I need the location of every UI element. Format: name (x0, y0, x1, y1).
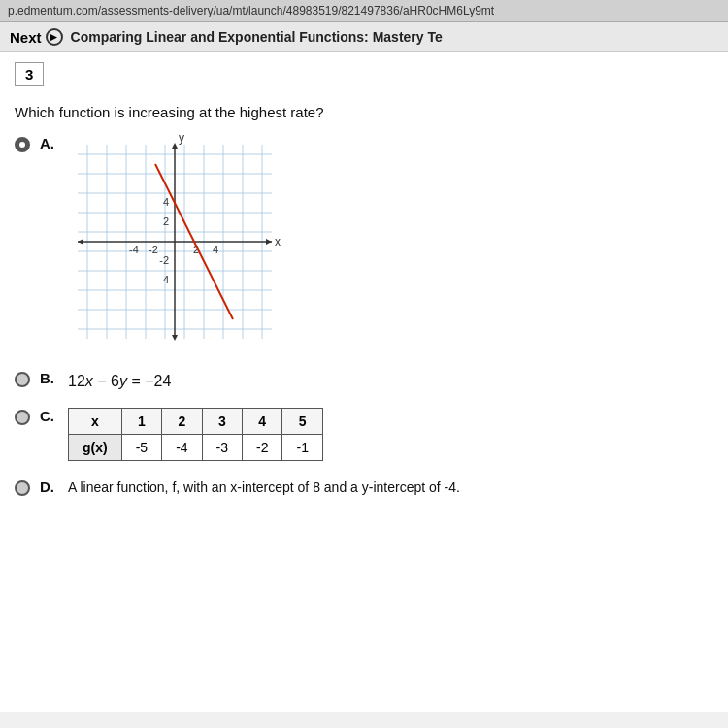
page-title: Comparing Linear and Exponential Functio… (71, 29, 718, 45)
svg-text:-4: -4 (129, 244, 139, 255)
svg-text:y: y (179, 135, 184, 145)
table-gx-header: g(x) (69, 435, 122, 461)
url-text: p.edmentum.com/assessments-delivery/ua/m… (8, 4, 494, 17)
question-number: 3 (15, 62, 44, 86)
option-c-label: C. (40, 408, 54, 424)
table-val-3: -3 (202, 435, 242, 461)
option-c-radio[interactable] (15, 410, 30, 425)
svg-marker-25 (172, 335, 178, 341)
svg-text:-2: -2 (149, 244, 158, 255)
graph-container: -4 -2 2 4 4 2 -2 -4 x y (68, 135, 281, 348)
option-d-content: A linear function, f, with an x-intercep… (68, 479, 728, 498)
table-header-row: x 1 2 3 4 5 (69, 409, 323, 435)
option-b-equation: 12x − 6y = −24 (68, 370, 728, 390)
option-b-content: 12x − 6y = −24 (68, 370, 728, 390)
next-label: Next (10, 29, 42, 46)
options-container: A. (15, 135, 728, 498)
svg-text:4: 4 (163, 196, 169, 208)
svg-text:2: 2 (163, 215, 169, 227)
option-d-row: D. A linear function, f, with an x-inter… (15, 479, 728, 498)
option-a-content: -4 -2 2 4 4 2 -2 -4 x y (68, 135, 728, 352)
next-icon: ► (46, 28, 63, 46)
table-col-5: 5 (282, 409, 322, 435)
svg-marker-24 (172, 143, 178, 149)
option-d-label: D. (40, 479, 54, 495)
option-a-radio[interactable] (15, 137, 30, 152)
table-val-1: -5 (121, 435, 161, 461)
option-d-radio[interactable] (15, 480, 30, 496)
main-content: 3 Which function is increasing at the hi… (0, 52, 728, 712)
table-col-2: 2 (162, 409, 202, 435)
option-c-content: x 1 2 3 4 5 g(x) -5 -4 -3 -2 -1 (68, 408, 728, 461)
svg-text:4: 4 (213, 244, 218, 255)
table-val-5: -1 (282, 435, 322, 461)
table-data-row: g(x) -5 -4 -3 -2 -1 (69, 435, 323, 461)
table-x-header: x (69, 409, 122, 435)
option-d-text: A linear function, f, with an x-intercep… (68, 479, 728, 498)
table-col-4: 4 (243, 409, 282, 435)
svg-text:-2: -2 (159, 254, 169, 266)
option-b-label: B. (40, 370, 54, 386)
next-button[interactable]: Next ► (10, 28, 63, 46)
url-bar: p.edmentum.com/assessments-delivery/ua/m… (0, 0, 728, 22)
svg-marker-23 (78, 239, 83, 245)
svg-text:-4: -4 (159, 274, 169, 285)
svg-marker-22 (266, 239, 272, 245)
table-val-2: -4 (162, 435, 202, 461)
option-c-row: C. x 1 2 3 4 5 g(x) -5 -4 -3 (15, 408, 728, 461)
table-col-1: 1 (121, 409, 161, 435)
table-col-3: 3 (202, 409, 242, 435)
question-text: Which function is increasing at the high… (15, 104, 713, 120)
option-b-radio[interactable] (15, 372, 30, 387)
option-b-row: B. 12x − 6y = −24 (15, 370, 728, 390)
svg-text:x: x (275, 235, 281, 248)
option-a-label: A. (40, 135, 54, 151)
option-a-row: A. (15, 135, 728, 352)
table-val-4: -2 (243, 435, 282, 461)
function-table: x 1 2 3 4 5 g(x) -5 -4 -3 -2 -1 (68, 408, 323, 461)
graph-svg: -4 -2 2 4 4 2 -2 -4 x y (68, 135, 281, 348)
nav-bar: Next ► Comparing Linear and Exponential … (0, 22, 728, 52)
